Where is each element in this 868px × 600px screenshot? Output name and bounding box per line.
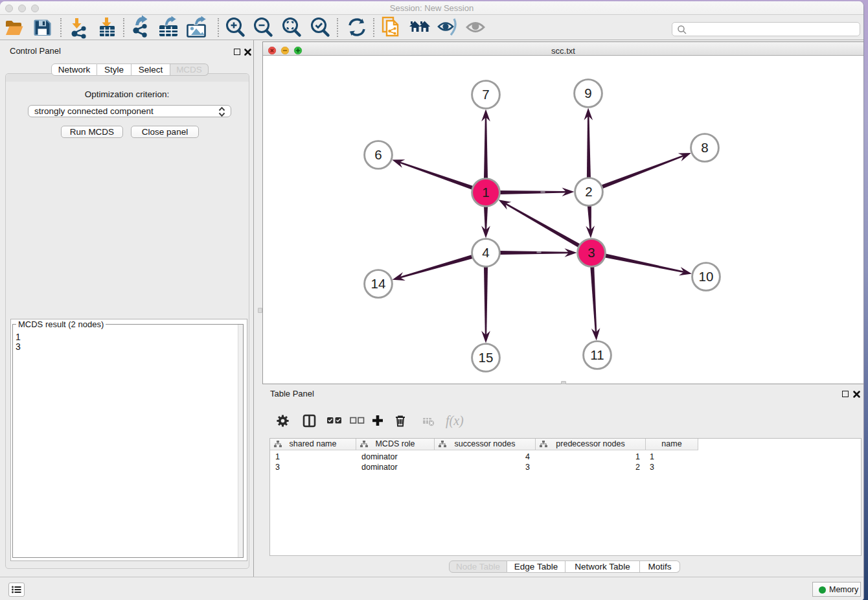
svg-text:10: 10 [699,269,714,284]
svg-text:15: 15 [479,350,494,365]
svg-text:2: 2 [585,184,592,199]
svg-text:9: 9 [584,86,591,100]
svg-text:f(x): f(x) [446,414,464,428]
svg-text:14: 14 [371,276,386,291]
svg-text:7: 7 [482,87,489,102]
svg-text:11: 11 [590,347,604,362]
svg-text:6: 6 [374,147,382,162]
svg-text:3: 3 [588,245,595,260]
svg-text:8: 8 [701,140,708,155]
svg-text:1: 1 [482,185,489,200]
svg-text:4: 4 [482,245,489,260]
